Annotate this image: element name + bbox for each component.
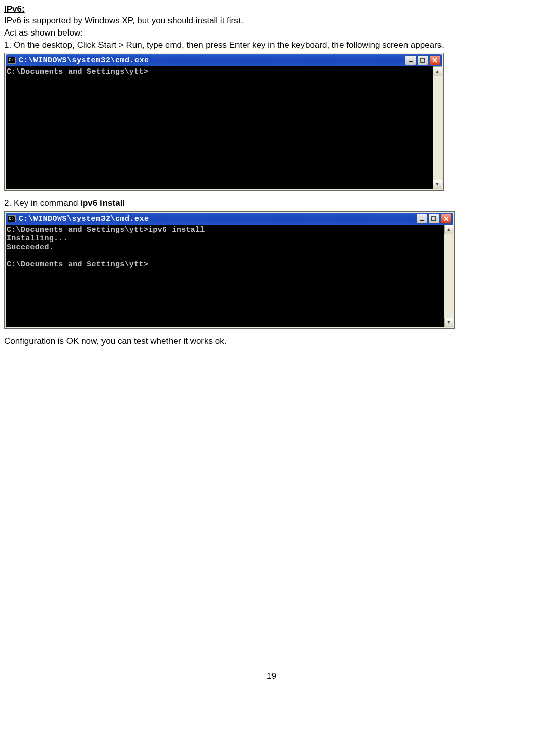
close-button[interactable]: [429, 55, 440, 65]
cmd-window-1: C:\ C:\WINDOWS\system32\cmd.exe C:\Docum…: [4, 53, 444, 191]
close-icon: [432, 58, 437, 63]
paragraph-1: IPv6 is supported by Windows XP, but you…: [4, 15, 539, 26]
paragraph-3: 1. On the desktop, Click Start > Run, ty…: [4, 40, 539, 51]
titlebar-text: C:\WINDOWS\system32\cmd.exe: [19, 56, 405, 65]
scroll-track[interactable]: [444, 234, 453, 318]
svg-rect-5: [432, 217, 436, 221]
cmd-window-2: C:\ C:\WINDOWS\system32\cmd.exe C:\Docum…: [4, 211, 455, 329]
minimize-icon: [408, 58, 413, 63]
terminal-output[interactable]: C:\Documents and Settings\ytt>ipv6 insta…: [6, 225, 444, 327]
paragraph-4-command: ipv6 install: [80, 198, 125, 208]
scroll-track[interactable]: [433, 76, 442, 180]
scroll-down-button[interactable]: ▼: [433, 180, 442, 189]
terminal-output[interactable]: C:\Documents and Settings\ytt>: [6, 66, 433, 189]
paragraph-4: 2. Key in command ipv6 install: [4, 198, 539, 209]
maximize-icon: [420, 58, 425, 63]
paragraph-4-prefix: 2. Key in command: [4, 198, 80, 208]
scroll-down-button[interactable]: ▼: [444, 318, 453, 327]
titlebar-text: C:\WINDOWS\system32\cmd.exe: [19, 215, 416, 223]
paragraph-5: Configuration is OK now, you can test wh…: [4, 336, 539, 347]
svg-rect-4: [420, 220, 424, 221]
maximize-button[interactable]: [428, 214, 439, 224]
svg-rect-0: [409, 61, 413, 62]
titlebar[interactable]: C:\ C:\WINDOWS\system32\cmd.exe: [6, 213, 453, 225]
chevron-down-icon: ▼: [435, 182, 440, 187]
cmd-icon: C:\: [8, 57, 16, 64]
chevron-up-icon: ▲: [447, 227, 451, 232]
section-heading: IPv6:: [4, 4, 539, 14]
maximize-icon: [431, 216, 436, 221]
scrollbar[interactable]: ▲ ▼: [433, 66, 442, 189]
chevron-down-icon: ▼: [447, 320, 451, 325]
scroll-up-button[interactable]: ▲: [444, 225, 453, 234]
cmd-icon: C:\: [8, 215, 16, 222]
paragraph-2: Act as shown below:: [4, 27, 539, 39]
maximize-button[interactable]: [417, 55, 428, 65]
minimize-button[interactable]: [416, 214, 427, 224]
titlebar[interactable]: C:\ C:\WINDOWS\system32\cmd.exe: [6, 54, 442, 66]
page-number: 19: [4, 672, 539, 681]
minimize-button[interactable]: [405, 55, 416, 65]
minimize-icon: [419, 216, 424, 221]
close-button[interactable]: [440, 214, 452, 224]
scrollbar[interactable]: ▲ ▼: [444, 225, 453, 327]
svg-rect-1: [421, 58, 425, 62]
close-icon: [444, 216, 449, 221]
scroll-up-button[interactable]: ▲: [433, 66, 442, 76]
chevron-up-icon: ▲: [435, 69, 440, 74]
